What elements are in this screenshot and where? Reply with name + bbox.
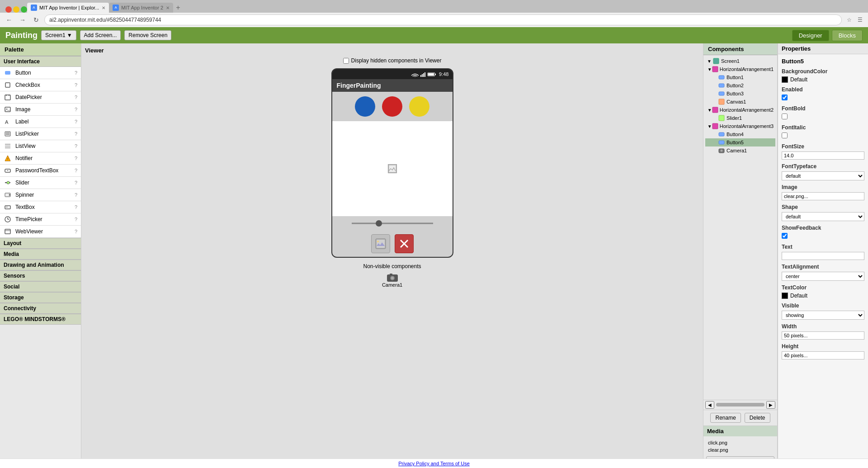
palette-listview-help[interactable]: ? xyxy=(75,143,77,149)
tree-harr3[interactable]: ▼ HorizontalArrangement3 xyxy=(705,122,775,130)
palette-item-label[interactable]: A Label ? xyxy=(0,116,81,128)
palette-item-button[interactable]: Button ? xyxy=(0,67,81,79)
palette-section-drawing[interactable]: Drawing and Animation xyxy=(0,260,81,270)
phone-gallery-btn[interactable] xyxy=(371,234,390,253)
fontbold-checkbox[interactable] xyxy=(782,113,788,119)
tab-1-close[interactable]: ✕ xyxy=(102,5,105,10)
palette-slider-help[interactable]: ? xyxy=(75,180,77,185)
palette-item-webviewer[interactable]: WebViewer ? xyxy=(0,226,81,238)
phone-canvas[interactable] xyxy=(332,121,453,216)
palette-item-listpicker[interactable]: ListPicker ? xyxy=(0,128,81,140)
color-red-btn[interactable] xyxy=(382,96,402,117)
palette-button-help[interactable]: ? xyxy=(75,70,77,76)
palette-notifier-help[interactable]: ? xyxy=(75,156,77,161)
palette-item-checkbox[interactable]: CheckBox ? xyxy=(0,79,81,91)
palette-checkbox-help[interactable]: ? xyxy=(75,82,77,88)
palette-item-passwordtextbox[interactable]: PasswordTextBox ? xyxy=(0,165,81,177)
fontsize-input[interactable] xyxy=(782,151,864,160)
shape-select[interactable]: defaultroundedrectangularoval xyxy=(782,212,864,221)
tree-slider1[interactable]: Slider1 xyxy=(705,114,775,122)
comp-nav-left[interactable]: ◀ xyxy=(705,401,714,409)
palette-timepicker-help[interactable]: ? xyxy=(75,217,77,222)
palette-item-textbox[interactable]: TextBox ? xyxy=(0,201,81,213)
toggle-harr2[interactable]: ▼ xyxy=(708,108,712,113)
phone-slider[interactable] xyxy=(347,219,438,228)
win-max-btn[interactable] xyxy=(21,6,27,13)
tree-button2[interactable]: Button2 xyxy=(705,81,775,90)
palette-section-social[interactable]: Social xyxy=(0,281,81,292)
comp-nav-right[interactable]: ▶ xyxy=(766,401,775,409)
tree-canvas1[interactable]: Canvas1 xyxy=(705,98,775,106)
palette-listpicker-help[interactable]: ? xyxy=(75,131,77,137)
palette-section-storage[interactable]: Storage xyxy=(0,292,81,303)
palette-label-help[interactable]: ? xyxy=(75,119,77,124)
tab-2[interactable]: A MIT App Inventor 2 ✕ xyxy=(109,3,173,13)
tree-screen1[interactable]: ▼ Screen1 xyxy=(705,57,775,65)
palette-section-layout[interactable]: Layout xyxy=(0,238,81,249)
palette-section-lego[interactable]: LEGO® MINDSTORMS® xyxy=(0,314,81,325)
visible-select[interactable]: showinghidden xyxy=(782,311,864,320)
viewer-header: Viewer xyxy=(85,47,104,54)
tree-camera1[interactable]: Camera1 xyxy=(705,147,775,155)
forward-btn[interactable]: → xyxy=(17,14,28,25)
palette-item-notifier[interactable]: ! Notifier ? xyxy=(0,152,81,165)
palette-spinner-help[interactable]: ? xyxy=(75,192,77,198)
showfeedback-checkbox[interactable] xyxy=(782,233,788,239)
remove-screen-btn[interactable]: Remove Screen xyxy=(124,30,171,40)
toggle-screen1[interactable]: ▼ xyxy=(707,59,712,64)
tree-button5[interactable]: Button5 xyxy=(705,138,775,147)
textalignment-select[interactable]: leftcenterright xyxy=(782,272,864,281)
height-input[interactable] xyxy=(782,351,864,359)
win-close-btn[interactable] xyxy=(5,6,12,13)
palette-textbox-help[interactable]: ? xyxy=(75,204,77,210)
privacy-link[interactable]: Privacy Policy and Terms of Use xyxy=(398,461,470,466)
back-btn[interactable]: ← xyxy=(4,14,14,25)
designer-btn[interactable]: Designer xyxy=(792,30,829,41)
screen-selector[interactable]: Screen1 ▼ xyxy=(41,30,76,40)
palette-section-connectivity[interactable]: Connectivity xyxy=(0,303,81,314)
tab-2-close[interactable]: ✕ xyxy=(166,5,170,10)
palette-passwordtextbox-help[interactable]: ? xyxy=(75,168,77,173)
palette-item-timepicker[interactable]: TimePicker ? xyxy=(0,213,81,226)
toggle-harr1[interactable]: ▼ xyxy=(708,67,712,72)
tree-harr1[interactable]: ▼ HorizontalArrangement1 xyxy=(705,65,775,73)
palette-item-spinner[interactable]: Spinner ? xyxy=(0,189,81,201)
color-yellow-btn[interactable] xyxy=(409,96,429,117)
reload-btn[interactable]: ↻ xyxy=(31,14,42,25)
fontitalic-checkbox[interactable] xyxy=(782,132,788,138)
palette-section-media[interactable]: Media xyxy=(0,249,81,260)
tree-button4[interactable]: Button4 xyxy=(705,130,775,138)
color-blue-btn[interactable] xyxy=(355,96,375,117)
palette-section-ui[interactable]: User Interface xyxy=(0,56,81,67)
tree-button3[interactable]: Button3 xyxy=(705,90,775,98)
toggle-harr3[interactable]: ▼ xyxy=(708,124,712,129)
palette-item-listview[interactable]: ListView ? xyxy=(0,140,81,152)
palette-webviewer-help[interactable]: ? xyxy=(75,229,77,234)
url-box[interactable]: ai2.appinventor.mit.edu/#582504477489597… xyxy=(44,14,842,25)
palette-item-slider[interactable]: Slider ? xyxy=(0,177,81,189)
rename-btn[interactable]: Rename xyxy=(710,413,741,423)
bookmark-btn[interactable]: ☆ xyxy=(844,15,854,24)
image-input[interactable] xyxy=(782,192,864,200)
show-hidden-checkbox[interactable] xyxy=(343,58,349,64)
comp-scroll-bar[interactable] xyxy=(716,403,764,407)
tab-1[interactable]: A MIT App Inventor | Explor... ✕ xyxy=(27,3,109,13)
palette-image-help[interactable]: ? xyxy=(75,107,77,112)
blocks-btn[interactable]: Blocks xyxy=(832,30,863,41)
palette-item-image[interactable]: Image ? xyxy=(0,104,81,116)
palette-section-sensors[interactable]: Sensors xyxy=(0,270,81,281)
tree-button1[interactable]: Button1 xyxy=(705,73,775,81)
delete-btn[interactable]: Delete xyxy=(745,413,770,423)
win-min-btn[interactable] xyxy=(13,6,19,13)
phone-clear-btn[interactable] xyxy=(395,234,414,253)
new-tab-btn[interactable]: + xyxy=(173,3,183,13)
enabled-checkbox[interactable] xyxy=(782,95,788,100)
width-input[interactable] xyxy=(782,331,864,340)
add-screen-btn[interactable]: Add Screen... xyxy=(80,30,121,40)
tree-harr2[interactable]: ▼ HorizontalArrangement2 xyxy=(705,106,775,114)
text-input[interactable] xyxy=(782,252,864,260)
menu-btn[interactable]: ☰ xyxy=(855,15,864,24)
palette-datepicker-help[interactable]: ? xyxy=(75,95,77,100)
palette-item-datepicker[interactable]: DatePicker ? xyxy=(0,91,81,104)
fonttypeface-select[interactable]: defaultserifsans serifmonospace xyxy=(782,171,864,180)
